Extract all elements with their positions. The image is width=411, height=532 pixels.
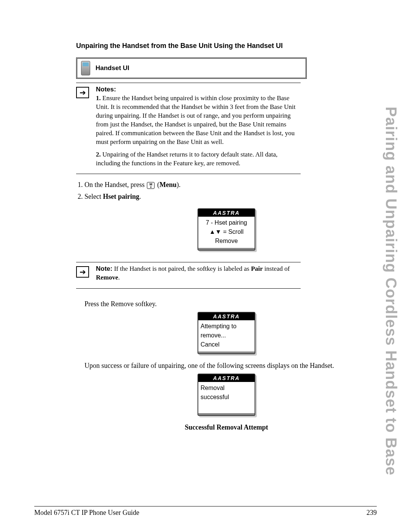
step-1: On the Handset, press (Menu). <box>84 181 377 189</box>
press-remove-post: softkey. <box>134 300 157 308</box>
press-remove-bold: Remove <box>111 300 134 308</box>
arrow-right-icon: ➔ <box>76 87 89 98</box>
single-note-bold1: Pair <box>251 265 263 272</box>
page-footer: Model 6757i CT IP Phone User Guide 239 <box>34 506 377 517</box>
note1-number: 1. <box>96 94 101 102</box>
step-2: Select Hset pairing. <box>84 193 377 201</box>
step2-pre: Select <box>84 193 103 200</box>
step1-end: ). <box>177 181 181 189</box>
screen2-line3: Cancel <box>201 340 252 349</box>
screen2-line1: Attempting to <box>201 322 252 331</box>
handset-icon <box>81 61 90 75</box>
screen1-brand: AASTRA <box>198 209 255 217</box>
screen3-line1: Removal <box>201 383 252 393</box>
screen2-line2: remove... <box>201 331 252 340</box>
single-note-mid: instead of <box>263 265 290 272</box>
step1-bold: Menu <box>159 181 177 189</box>
screen3-line2: successful <box>201 393 252 402</box>
footer-left: Model 6757i CT IP Phone User Guide <box>34 509 139 517</box>
single-note-bold2: Remove <box>96 274 118 281</box>
step2-bold: Hset pairing <box>103 193 139 200</box>
handset-screen-3: AASTRA Removal successful <box>198 374 255 416</box>
single-note-pre: If the Handset is not paired, the softke… <box>112 265 251 272</box>
handset-screen-1: AASTRA 7 - Hset pairing ▲▼ = Scroll Remo… <box>198 208 255 251</box>
note2-number: 2. <box>96 151 101 158</box>
menu-key-icon <box>147 182 155 189</box>
handset-ui-label: Handset UI <box>96 64 129 72</box>
note2-text: Unpairing of the Handset returns it to f… <box>96 151 277 167</box>
notes-block: ➔ Notes: 1. Ensure the Handset being unp… <box>76 83 301 174</box>
single-note-label: Note: <box>96 265 112 272</box>
single-note-end: . <box>118 274 120 281</box>
handset-screen-2: AASTRA Attempting to remove... Cancel <box>198 312 255 354</box>
handset-ui-box: Handset UI <box>76 58 307 79</box>
steps-list: On the Handset, press (Menu). Select Hse… <box>76 181 377 201</box>
single-note-body: Note: If the Handset is not paired, the … <box>96 265 301 286</box>
side-tab-title: Pairing and Unpairing Cordless Handset t… <box>382 107 400 475</box>
screen1-line3: Remove <box>201 236 252 246</box>
screen3-caption: Successful Removal Attempt <box>76 423 377 431</box>
footer-page-number: 239 <box>366 509 377 517</box>
notes-label: Notes: <box>96 86 116 93</box>
note1-text: Ensure the Handset being unpaired is wit… <box>96 94 296 145</box>
step2-end: . <box>139 193 141 200</box>
press-remove-pre: Press the <box>84 300 111 308</box>
press-remove-line: Press the Remove softkey. <box>84 300 377 308</box>
single-note-block: ➔ Note: If the Handset is not paired, th… <box>76 262 301 289</box>
upon-success-text: Upon success or failure of unpairing, on… <box>84 362 377 370</box>
arrow-right-icon: ➔ <box>76 266 89 278</box>
screen1-line2: ▲▼ = Scroll <box>201 227 252 236</box>
screen3-brand: AASTRA <box>198 374 255 382</box>
step1-post: ( <box>155 181 159 189</box>
step1-pre: On the Handset, press <box>84 181 146 189</box>
section-heading: Unpairing the Handset from the Base Unit… <box>76 42 377 50</box>
screen2-brand: AASTRA <box>198 313 255 320</box>
screen1-line1: 7 - Hset pairing <box>201 218 252 227</box>
notes-body: Notes: 1. Ensure the Handset being unpai… <box>96 85 301 171</box>
